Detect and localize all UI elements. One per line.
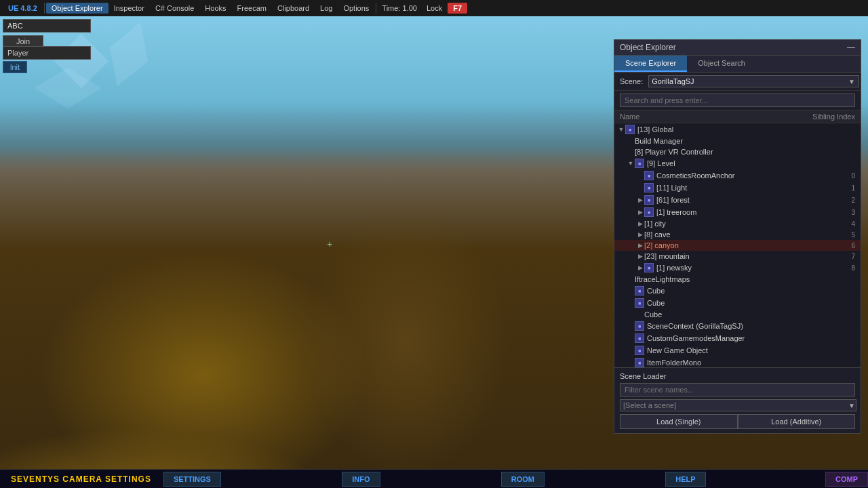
- tree-item[interactable]: IftraceLightmaps: [614, 274, 861, 285]
- object-explorer-btn[interactable]: Object Explorer: [46, 3, 108, 14]
- tree-item-label: [2] canyon: [644, 241, 844, 249]
- tree-item[interactable]: ■[9] Level: [614, 157, 861, 169]
- scene-loader: Scene Loader [Select a scene] ▼ Load (Si…: [614, 367, 861, 433]
- tree-arrow[interactable]: [627, 322, 635, 330]
- tree-item[interactable]: [8] Player VR Controller: [614, 146, 861, 157]
- lock-btn[interactable]: Lock: [421, 3, 448, 14]
- tree-arrow[interactable]: [617, 125, 625, 134]
- scene-loader-select[interactable]: [Select a scene]: [620, 399, 856, 411]
- scene-select-arrow: ▼: [848, 402, 855, 409]
- tree-arrow[interactable]: [636, 220, 644, 228]
- tree-arrow[interactable]: [627, 159, 635, 167]
- tree-item-label: [11] Light: [656, 184, 844, 192]
- scene-filter-input[interactable]: [620, 383, 855, 396]
- tree-item[interactable]: [8] cave5: [614, 229, 861, 240]
- tree-arrow[interactable]: [636, 252, 644, 260]
- tree-item-label: Cube: [647, 287, 858, 295]
- scene-label: Scene:: [620, 77, 643, 85]
- tree-sibling-index: 7: [844, 253, 858, 260]
- topleft-panel: Join: [3, 19, 91, 47]
- tree-arrow[interactable]: [636, 241, 644, 249]
- tree-object-icon: ■: [635, 159, 644, 168]
- tree-object-icon: ■: [635, 358, 644, 367]
- tree-item[interactable]: [1] city4: [614, 218, 861, 229]
- tree-item[interactable]: ■[61] forest2: [614, 194, 861, 206]
- tree-item[interactable]: ■ItemFolderMono: [614, 357, 861, 367]
- hooks-btn[interactable]: Hooks: [199, 3, 231, 14]
- tree-item[interactable]: ■Cube: [614, 285, 861, 297]
- abc-input[interactable]: [3, 19, 91, 33]
- tree-item[interactable]: [2] canyon6: [614, 240, 861, 251]
- tree-item-label: [8] cave: [644, 230, 844, 239]
- tree-item[interactable]: Build Manager: [614, 136, 861, 146]
- tree-col-name: Name: [620, 113, 639, 121]
- tree-object-icon: ■: [625, 125, 635, 134]
- scene-loader-title: Scene Loader: [620, 372, 855, 380]
- tree-arrow[interactable]: [627, 359, 635, 367]
- oe-scene-row: Scene: GorillaTagSJ ▼: [614, 73, 861, 91]
- oe-close-btn[interactable]: —: [847, 43, 855, 52]
- tree-arrow[interactable]: [636, 264, 644, 272]
- f7-btn[interactable]: F7: [448, 3, 467, 14]
- tree-item-label: [1] newsky: [656, 264, 844, 272]
- tree-sibling-index: 5: [844, 231, 858, 239]
- room-btn[interactable]: ROOM: [501, 472, 545, 487]
- oe-tree[interactable]: ■[13] GlobalBuild Manager[8] Player VR C…: [614, 123, 861, 367]
- options-btn[interactable]: Options: [338, 3, 374, 14]
- clipboard-btn[interactable]: Clipboard: [272, 3, 315, 14]
- tree-item[interactable]: [23] mountain7: [614, 251, 861, 262]
- bottom-bar: SEVENTYS CAMERA SETTINGS SETTINGS INFO R…: [0, 469, 868, 488]
- tree-object-icon: ■: [644, 183, 654, 192]
- tree-arrow[interactable]: [627, 148, 635, 156]
- player-init-btn[interactable]: lnit: [3, 61, 27, 73]
- tree-item[interactable]: Cube: [614, 309, 861, 320]
- tree-arrow[interactable]: [627, 346, 635, 354]
- tree-item-label: [23] mountain: [644, 252, 844, 260]
- tree-arrow[interactable]: [636, 196, 644, 204]
- player-panel: Player lnit: [3, 46, 91, 73]
- bottom-title: SEVENTYS CAMERA SETTINGS: [0, 474, 162, 484]
- cs-console-btn[interactable]: C# Console: [150, 3, 199, 14]
- tree-sibling-index: 8: [844, 264, 858, 272]
- tree-item[interactable]: ■[11] Light1: [614, 182, 861, 194]
- tree-arrow[interactable]: [636, 171, 644, 180]
- tree-item[interactable]: ■CustomGamemodesManager: [614, 332, 861, 344]
- load-additive-btn[interactable]: Load (Additive): [738, 414, 856, 429]
- freecam-btn[interactable]: Freecam: [232, 3, 272, 14]
- tree-arrow[interactable]: [636, 310, 644, 319]
- tree-arrow[interactable]: [627, 334, 635, 342]
- help-btn[interactable]: HELP: [665, 472, 705, 487]
- info-btn[interactable]: INFO: [342, 472, 380, 487]
- tree-arrow[interactable]: [636, 208, 644, 216]
- tree-item[interactable]: ■[1] treeroom3: [614, 206, 861, 218]
- oe-titlebar: Object Explorer —: [614, 40, 861, 56]
- tree-item[interactable]: ■[13] Global: [614, 123, 861, 136]
- tab-scene-explorer[interactable]: Scene Explorer: [614, 56, 687, 72]
- tree-item[interactable]: ■Cube: [614, 297, 861, 309]
- comp-btn[interactable]: COMP: [825, 472, 868, 487]
- search-input[interactable]: [620, 94, 855, 107]
- load-single-btn[interactable]: Load (Single): [620, 414, 738, 429]
- tree-item-label: [13] Global: [637, 125, 858, 134]
- settings-btn[interactable]: SETTINGS: [163, 472, 221, 487]
- tree-arrow[interactable]: [627, 299, 635, 307]
- oe-tabs: Scene Explorer Object Search: [614, 56, 861, 73]
- tree-arrow[interactable]: [636, 184, 644, 192]
- separator: [44, 3, 45, 14]
- scene-select[interactable]: GorillaTagSJ: [648, 75, 859, 87]
- player-label: Player: [3, 46, 91, 60]
- tree-item[interactable]: ■CosmeticsRoomAnchor0: [614, 169, 861, 182]
- tree-arrow[interactable]: [627, 287, 635, 295]
- tree-item-label: SceneContext (GorillaTagSJ): [647, 322, 858, 330]
- log-btn[interactable]: Log: [315, 3, 338, 14]
- tree-arrow[interactable]: [636, 230, 644, 239]
- tab-object-search[interactable]: Object Search: [687, 56, 756, 72]
- tree-arrow[interactable]: [627, 275, 635, 283]
- tree-item[interactable]: ■[1] newsky8: [614, 262, 861, 274]
- tree-arrow[interactable]: [627, 137, 635, 145]
- tree-item[interactable]: ■New Game Object: [614, 344, 861, 357]
- tree-item-label: [1] city: [644, 220, 844, 228]
- inspector-btn[interactable]: Inspector: [108, 3, 150, 14]
- tree-item-label: CosmeticsRoomAnchor: [656, 171, 844, 180]
- tree-item[interactable]: ■SceneContext (GorillaTagSJ): [614, 320, 861, 332]
